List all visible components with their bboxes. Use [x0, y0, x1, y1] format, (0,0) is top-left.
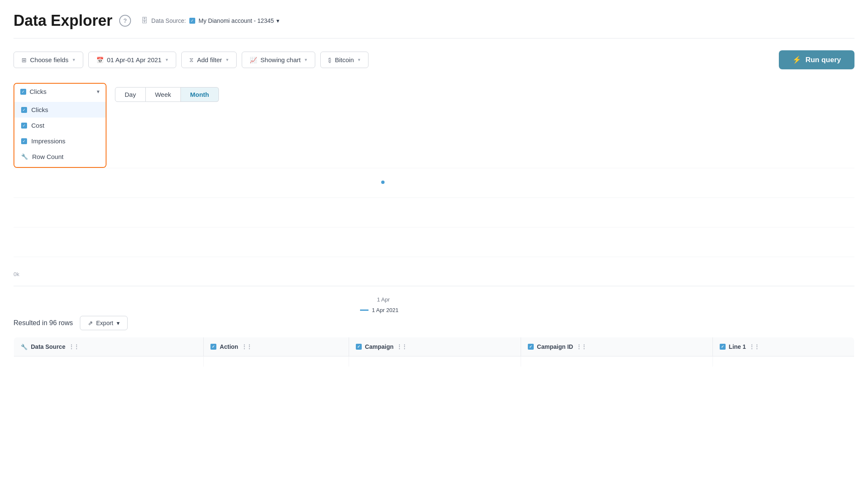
field-select-dropdown[interactable]: ✓ Clicks ▾ ✓ Clicks ✓ Cost ✓ Impres	[14, 83, 106, 168]
col-action: ✓ Action ⋮⋮	[204, 337, 349, 356]
bitcoin-icon: ₿	[328, 57, 331, 63]
impressions-label: Impressions	[31, 137, 66, 145]
export-button[interactable]: ⇗ Export ▾	[80, 316, 128, 330]
chevron-down-icon: ▾	[97, 88, 100, 95]
calendar-icon: 📅	[96, 57, 104, 63]
dropdown-item-clicks[interactable]: ✓ Clicks	[14, 102, 106, 118]
line1-checkbox: ✓	[720, 344, 726, 350]
gridline-3	[14, 257, 854, 257]
tab-week[interactable]: Week	[146, 87, 181, 102]
dropdown-item-row-count[interactable]: 🔧 Row Count	[14, 149, 106, 164]
chevron-down-icon: ▾	[73, 57, 75, 63]
selected-field-label: Clicks	[30, 88, 93, 95]
bitcoin-button[interactable]: ₿ Bitcoin ▾	[320, 52, 368, 68]
col-action-label: Action	[220, 343, 238, 350]
datasource-checkbox: ✓	[189, 18, 195, 24]
share-icon: ⇗	[88, 320, 93, 326]
row-count-label: Row Count	[32, 153, 63, 160]
impressions-checkbox: ✓	[21, 138, 27, 144]
database-icon: 🗄	[141, 17, 148, 25]
gridline-1	[14, 197, 854, 198]
results-header: Resulted in 96 rows ⇗ Export ▾	[14, 316, 854, 330]
table-icon: ⊞	[22, 57, 27, 63]
col-campaign-id-label: Campaign ID	[537, 343, 573, 350]
datasource-value[interactable]: My Dianomi account - 12345 ▾	[199, 17, 279, 24]
chevron-down-icon: ▾	[117, 320, 120, 326]
chevron-down-icon: ▾	[305, 57, 307, 63]
page-title: Data Explorer	[14, 12, 112, 30]
run-query-button[interactable]: ⚡ Run query	[779, 50, 854, 69]
chevron-down-icon: ▾	[358, 57, 360, 63]
clicks-label: Clicks	[31, 106, 48, 113]
drag-handle-icon[interactable]: ⋮⋮	[69, 344, 79, 350]
choose-fields-button[interactable]: ⊞ Choose fields ▾	[14, 52, 83, 68]
lightning-icon: ⚡	[792, 55, 801, 64]
cost-checkbox: ✓	[21, 123, 27, 129]
legend-label: 1 Apr 2021	[372, 307, 399, 313]
period-tabs: Day Week Month	[115, 87, 219, 102]
y-axis-label: 0k	[14, 271, 19, 277]
col-data-source: 🔧 Data Source ⋮⋮	[14, 337, 204, 356]
campaign-checkbox: ✓	[356, 344, 362, 350]
wrench-icon: 🔧	[21, 344, 27, 350]
chevron-down-icon: ▾	[166, 57, 168, 63]
col-campaign-label: Campaign	[365, 343, 394, 350]
chart-section: ✓ Clicks ▾ ✓ Clicks ✓ Cost ✓ Impres	[14, 83, 854, 286]
chart-canvas: 0k 1 Apr 1 Apr 2021	[14, 168, 854, 286]
tab-day[interactable]: Day	[115, 87, 146, 102]
gridline-2	[14, 227, 854, 227]
drag-handle-icon[interactable]: ⋮⋮	[576, 344, 587, 350]
chart-datapoint	[381, 181, 385, 184]
table-header-row: 🔧 Data Source ⋮⋮ ✓ Action ⋮⋮ ✓ Camp	[14, 337, 854, 356]
col-campaign-id: ✓ Campaign ID ⋮⋮	[521, 337, 712, 356]
field-dropdown-menu: ✓ Clicks ✓ Cost ✓ Impressions 🔧 Row Coun…	[14, 99, 106, 167]
filter-icon: ⧖	[189, 56, 194, 63]
dropdown-item-impressions[interactable]: ✓ Impressions	[14, 133, 106, 149]
data-table: 🔧 Data Source ⋮⋮ ✓ Action ⋮⋮ ✓ Camp	[14, 337, 854, 367]
clicks-checkbox: ✓	[21, 107, 27, 113]
add-filter-button[interactable]: ⧖ Add filter ▾	[181, 52, 237, 68]
chart-legend: 1 Apr 2021	[360, 307, 399, 313]
tab-month[interactable]: Month	[181, 87, 219, 102]
field-select-button[interactable]: ✓ Clicks ▾	[14, 84, 106, 99]
date-range-button[interactable]: 📅 01 Apr-01 Apr 2021 ▾	[88, 52, 176, 68]
results-count: Resulted in 96 rows	[14, 319, 73, 327]
chevron-down-icon: ▾	[226, 57, 229, 63]
help-icon[interactable]: ?	[119, 15, 131, 27]
legend-line-icon	[360, 309, 368, 311]
col-data-source-label: Data Source	[31, 343, 66, 350]
drag-handle-icon[interactable]: ⋮⋮	[397, 344, 407, 350]
wrench-icon: 🔧	[21, 153, 28, 160]
datasource-bar: 🗄 Data Source: ✓ My Dianomi account - 12…	[141, 17, 279, 25]
datasource-chevron-icon: ▾	[276, 17, 279, 24]
cost-label: Cost	[31, 122, 44, 129]
toolbar: ⊞ Choose fields ▾ 📅 01 Apr-01 Apr 2021 ▾…	[14, 50, 854, 69]
chart-icon: 📈	[250, 57, 257, 63]
drag-handle-icon[interactable]: ⋮⋮	[749, 344, 759, 350]
col-campaign: ✓ Campaign ⋮⋮	[349, 337, 521, 356]
chart-controls: ✓ Clicks ▾ ✓ Clicks ✓ Cost ✓ Impres	[14, 83, 854, 168]
gridline-top	[14, 168, 854, 168]
col-line1: ✓ Line 1 ⋮⋮	[712, 337, 854, 356]
x-axis-label: 1 Apr	[377, 296, 390, 303]
action-checkbox: ✓	[210, 344, 216, 350]
col-line1-label: Line 1	[729, 343, 746, 350]
showing-chart-button[interactable]: 📈 Showing chart ▾	[242, 52, 315, 68]
field-checkbox: ✓	[20, 89, 26, 95]
dropdown-item-cost[interactable]: ✓ Cost	[14, 118, 106, 133]
campaign-id-checkbox: ✓	[528, 344, 534, 350]
table-row	[14, 356, 854, 367]
drag-handle-icon[interactable]: ⋮⋮	[242, 344, 252, 350]
datasource-label: Data Source:	[151, 17, 186, 24]
